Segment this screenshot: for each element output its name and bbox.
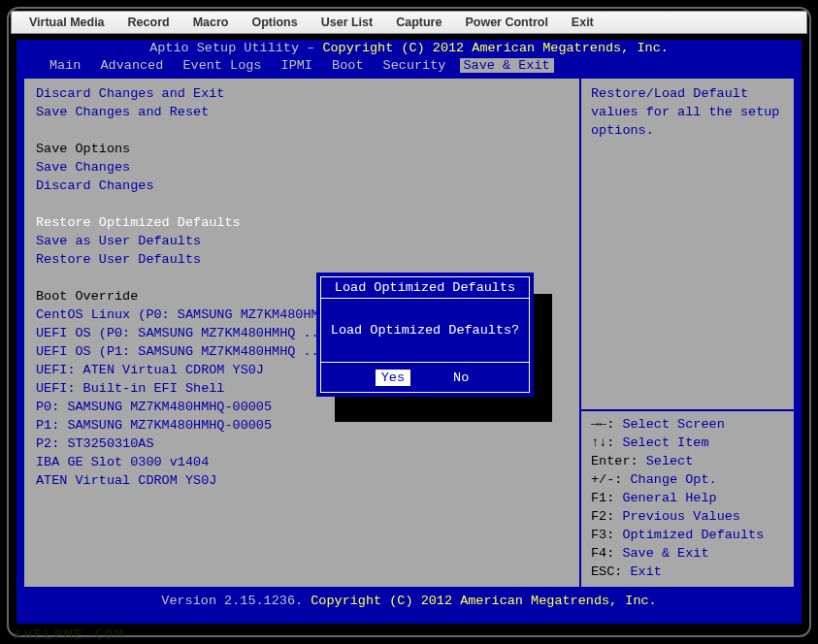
title-prefix: Aptio Setup Utility – xyxy=(149,41,322,55)
dialog-title: Load Optimized Defaults xyxy=(321,277,529,299)
kvm-menu-record[interactable]: Record xyxy=(116,16,181,29)
no-button[interactable]: No xyxy=(447,370,474,386)
kvm-menu-power-control[interactable]: Power Control xyxy=(453,16,559,29)
help-line: options. xyxy=(591,121,784,140)
menu-item[interactable]: IBA GE Slot 0300 v1404 xyxy=(36,453,568,471)
tab-save-exit[interactable]: Save & Exit xyxy=(460,58,554,73)
bios-footer: Version 2.15.1236. Copyright (C) 2012 Am… xyxy=(16,593,802,610)
key-label: Save & Exit xyxy=(614,546,708,561)
menu-item[interactable]: Discard Changes xyxy=(36,177,568,195)
help-key-line: F3: Optimized Defaults xyxy=(591,526,784,544)
menu-item[interactable]: Save Changes and Reset xyxy=(36,103,568,121)
key-symbol: F3: xyxy=(591,528,614,542)
key-label: Select Screen xyxy=(614,417,724,432)
help-key-line: F4: Save & Exit xyxy=(591,544,784,563)
title-copyright: Copyright (C) 2012 American Megatrends, … xyxy=(322,41,668,55)
key-symbol: ESC: xyxy=(591,564,622,579)
key-symbol: F2: xyxy=(591,509,614,524)
tab-advanced[interactable]: Advanced xyxy=(95,58,170,73)
kvm-menu-options[interactable]: Options xyxy=(240,16,309,29)
help-key-line: F2: Previous Values xyxy=(591,507,784,526)
kvm-menu-capture[interactable]: Capture xyxy=(384,16,453,29)
bios-title: Aptio Setup Utility – Copyright (C) 2012… xyxy=(16,40,802,57)
help-key-line: +/-: Change Opt. xyxy=(591,470,784,489)
menu-item: Save Options xyxy=(36,140,568,158)
tab-main[interactable]: Main xyxy=(44,58,86,73)
kvm-menu-user-list[interactable]: User List xyxy=(310,16,385,29)
key-label: Previous Values xyxy=(614,509,740,524)
kvm-menu-macro[interactable]: Macro xyxy=(181,16,241,29)
kvm-menu-virtual-media[interactable]: Virtual Media xyxy=(17,16,116,29)
key-symbol: F4: xyxy=(591,546,614,561)
help-description: Restore/Load Default values for all the … xyxy=(591,84,784,409)
key-label: General Help xyxy=(614,491,716,505)
key-label: Select Item xyxy=(614,435,708,450)
tab-event-logs[interactable]: Event Logs xyxy=(177,58,267,73)
help-key-line: F1: General Help xyxy=(591,489,784,507)
key-symbol: +/-: xyxy=(591,472,622,487)
help-line: Restore/Load Default xyxy=(591,84,784,103)
footer-prefix: Version 2.15.1236. xyxy=(161,594,311,608)
right-panel: Restore/Load Default values for all the … xyxy=(581,79,794,587)
menu-item[interactable]: Save as User Defaults xyxy=(36,232,568,250)
dialog-question: Load Optimized Defaults? xyxy=(331,323,519,338)
help-line: values for all the setup xyxy=(591,103,784,121)
tab-security[interactable]: Security xyxy=(377,58,452,73)
key-label: Optimized Defaults xyxy=(614,528,764,542)
key-symbol: →←: xyxy=(591,417,614,432)
menu-item[interactable]: Discard Changes and Exit xyxy=(36,84,568,103)
menu-item[interactable]: P2: ST3250310AS xyxy=(36,435,568,453)
menu-item[interactable]: Restore Optimized Defaults xyxy=(36,213,568,232)
key-label: Select xyxy=(638,454,694,468)
key-symbol: Enter: xyxy=(591,454,638,468)
kvm-menu-exit[interactable]: Exit xyxy=(560,16,605,29)
menu-item[interactable]: Restore User Defaults xyxy=(36,250,568,269)
help-key-line: ↑↓: Select Item xyxy=(591,434,784,452)
tab-boot[interactable]: Boot xyxy=(326,58,369,73)
help-keys: →←: Select Screen↑↓: Select ItemEnter: S… xyxy=(591,415,784,581)
dialog-body: Load Optimized Defaults? xyxy=(321,299,529,363)
kvm-menubar: Virtual MediaRecordMacroOptionsUser List… xyxy=(11,11,807,34)
menu-item[interactable]: Save Changes xyxy=(36,158,568,177)
menu-item[interactable]: ATEN Virtual CDROM YS0J xyxy=(36,471,568,490)
key-symbol: F1: xyxy=(591,491,614,505)
blank-line xyxy=(36,195,568,213)
help-key-line: Enter: Select xyxy=(591,452,784,470)
help-key-line: ESC: Exit xyxy=(591,563,784,581)
dialog-buttons: Yes No xyxy=(321,363,529,392)
confirm-dialog: Load Optimized Defaults Load Optimized D… xyxy=(316,273,534,397)
help-divider xyxy=(581,409,794,411)
key-symbol: ↑↓: xyxy=(591,435,614,450)
watermark: AHELPME.COM xyxy=(14,627,125,642)
kvm-window: Virtual MediaRecordMacroOptionsUser List… xyxy=(7,7,811,637)
tab-ipmi[interactable]: IPMI xyxy=(276,58,318,73)
bios-screen: Aptio Setup Utility – Copyright (C) 2012… xyxy=(16,40,802,624)
yes-button[interactable]: Yes xyxy=(376,370,410,386)
key-label: Exit xyxy=(622,564,662,579)
bios-tabs: Main Advanced Event Logs IPMI Boot Secur… xyxy=(16,57,802,75)
confirm-dialog-inner: Load Optimized Defaults Load Optimized D… xyxy=(320,276,530,393)
key-label: Change Opt. xyxy=(622,472,716,487)
help-key-line: →←: Select Screen xyxy=(591,415,784,434)
blank-line xyxy=(36,121,568,140)
footer-copyright: Copyright (C) 2012 American Megatrends, … xyxy=(311,594,656,608)
